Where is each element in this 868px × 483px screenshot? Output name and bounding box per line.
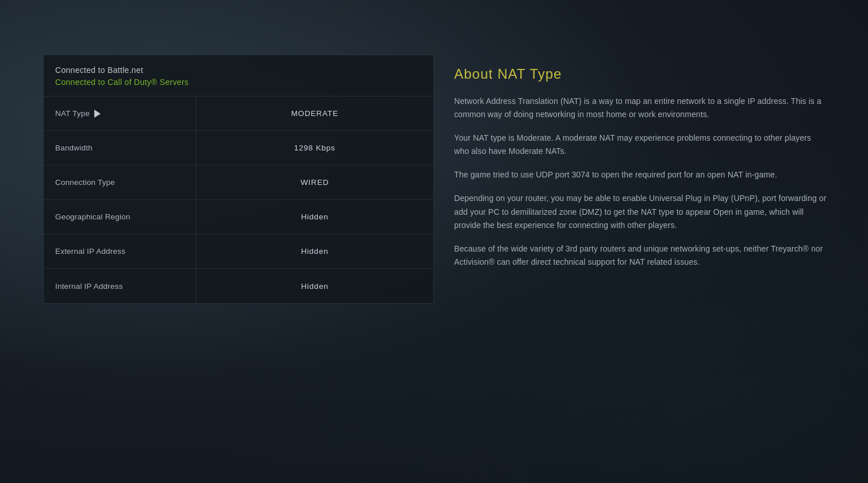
right-panel: About NAT Type Network Address Translati…: [434, 55, 845, 304]
cod-status: Connected to Call of Duty® Servers: [55, 78, 422, 87]
nat-play-icon: [94, 110, 101, 118]
info-value: WIRED: [196, 165, 433, 199]
about-paragraph: Because of the wide variety of 3rd party…: [454, 242, 828, 269]
info-label: NAT Type: [44, 96, 196, 130]
about-paragraph: The game tried to use UDP port 3074 to o…: [454, 168, 828, 181]
info-row[interactable]: NAT TypeMODERATE: [44, 96, 433, 131]
battlenet-status: Connected to Battle.net: [55, 65, 422, 75]
about-paragraph: Your NAT type is Moderate. A moderate NA…: [454, 132, 828, 158]
info-label: Connection Type: [44, 165, 196, 199]
info-value: Hidden: [196, 200, 433, 234]
info-label: External IP Address: [44, 234, 196, 268]
info-row: Bandwidth1298 Kbps: [44, 131, 433, 165]
about-paragraph: Network Address Translation (NAT) is a w…: [454, 95, 828, 121]
info-value: Hidden: [196, 234, 433, 268]
about-paragraph: Depending on your router, you may be abl…: [454, 192, 828, 231]
info-label: Bandwidth: [44, 131, 196, 165]
info-row: External IP AddressHidden: [44, 234, 433, 269]
info-row: Connection TypeWIRED: [44, 165, 433, 200]
connection-status: Connected to Battle.net Connected to Cal…: [44, 55, 433, 96]
left-panel: Connected to Battle.net Connected to Cal…: [43, 55, 434, 304]
info-row: Geographical RegionHidden: [44, 200, 433, 234]
info-label: Geographical Region: [44, 200, 196, 234]
main-container: Connected to Battle.net Connected to Cal…: [43, 55, 845, 304]
info-row: Internal IP AddressHidden: [44, 269, 433, 303]
info-table: NAT TypeMODERATEBandwidth1298 KbpsConnec…: [44, 96, 433, 303]
info-label: Internal IP Address: [44, 269, 196, 303]
info-value: 1298 Kbps: [196, 131, 433, 165]
about-title: About NAT Type: [454, 66, 828, 82]
info-value: MODERATE: [196, 96, 433, 130]
info-value: Hidden: [196, 269, 433, 303]
about-paragraphs: Network Address Translation (NAT) is a w…: [454, 95, 828, 269]
